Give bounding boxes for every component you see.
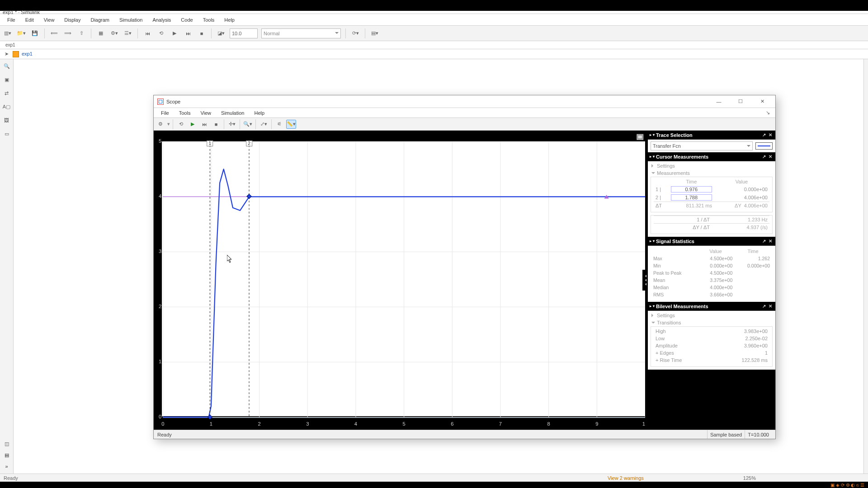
panel-cursor: ▸▾ Cursor Measurements ↗ ✕ Settings Meas… xyxy=(648,152,775,237)
fwd-button[interactable]: ⟹ xyxy=(63,28,73,38)
cursor-meas-expander[interactable]: Measurements xyxy=(651,169,772,177)
expand-icon[interactable]: » xyxy=(5,464,8,469)
scope-measure-button[interactable]: 📏▾ xyxy=(286,120,296,129)
trace-color-swatch[interactable] xyxy=(755,142,773,150)
panel-cursor-header[interactable]: ▸▾ Cursor Measurements ↗ ✕ xyxy=(648,152,775,161)
scope-titlebar[interactable]: Scope — ☐ ✕ xyxy=(154,95,775,108)
cursor-1-label[interactable]: 1 xyxy=(207,141,213,146)
scope-trigger-button[interactable]: ⚟ xyxy=(274,120,284,129)
sim-mode-select[interactable]: Normal xyxy=(261,28,341,38)
scope-toolbar: ⚙▾ ⟲ ▶ ⏭ ■ ✢▾ 🔍▾ ⤢▾ ⚟ 📏▾ xyxy=(154,118,775,131)
area-icon[interactable]: ▭ xyxy=(3,130,11,138)
menu-code[interactable]: Code xyxy=(176,15,197,24)
scope-status-sample: Sample based xyxy=(707,430,745,439)
menu-file[interactable]: File xyxy=(3,15,20,24)
model-explorer-button[interactable]: ☰▾ xyxy=(123,28,133,38)
cursor2-time-input[interactable]: 1.788 xyxy=(671,194,712,201)
trace-signal-select[interactable]: Transfer Fcn xyxy=(651,141,753,150)
record-button[interactable]: ◪▾ xyxy=(216,28,226,38)
svg-text:0: 0 xyxy=(161,421,164,427)
status-zoom[interactable]: 125% xyxy=(743,475,756,481)
scope-menu-file[interactable]: File xyxy=(156,109,174,117)
scope-menu-sim[interactable]: Simulation xyxy=(217,109,249,117)
scope-menu-help[interactable]: Help xyxy=(250,109,269,117)
cursor-settings-expander[interactable]: Settings xyxy=(651,162,772,169)
maximize-button[interactable]: ☐ xyxy=(731,96,750,107)
tab-exp1[interactable]: exp1 xyxy=(3,42,18,48)
library-button[interactable]: ▦ xyxy=(96,28,106,38)
cursor1-time-input[interactable]: 0.976 xyxy=(671,186,712,192)
back-button[interactable]: ⟸ xyxy=(49,28,59,38)
panel-pin-icon[interactable]: ↗ xyxy=(761,238,767,244)
scope-spectrum-button[interactable]: ▤▾ xyxy=(370,28,380,38)
cursor-2-label[interactable]: 2 xyxy=(246,141,252,146)
scope-menu-view[interactable]: View xyxy=(196,109,216,117)
zoom-icon[interactable]: 🔍 xyxy=(3,62,11,70)
minimize-button[interactable]: — xyxy=(709,96,728,107)
image-icon[interactable]: 🖼 xyxy=(3,116,11,124)
nav-arrow-icon[interactable]: ➤ xyxy=(3,51,10,58)
panel-close-icon[interactable]: ✕ xyxy=(767,132,774,138)
scope-zoom-button[interactable]: 🔍▾ xyxy=(243,120,253,129)
scope-dock-button[interactable]: ↘ xyxy=(763,108,773,118)
menu-view[interactable]: View xyxy=(39,15,59,24)
model-cfg-button[interactable]: ⚙▾ xyxy=(109,28,119,38)
scope-stop-button[interactable]: ■ xyxy=(211,120,221,129)
svg-text:5: 5 xyxy=(403,421,406,427)
new-button[interactable]: ▥▾ xyxy=(3,28,13,38)
view1-icon[interactable]: ◫ xyxy=(5,441,9,447)
svg-text:2: 2 xyxy=(258,421,261,427)
scope-restart-button[interactable]: ⟲ xyxy=(176,120,186,129)
scope-scale-button[interactable]: ⤢▾ xyxy=(259,120,269,129)
configure-button[interactable]: ⚙ xyxy=(156,120,165,129)
menu-tools[interactable]: Tools xyxy=(198,15,219,24)
close-button[interactable]: ✕ xyxy=(753,96,772,107)
breadcrumb[interactable]: exp1 xyxy=(22,51,33,57)
step-back-button[interactable]: ⏮ xyxy=(142,28,152,38)
menu-display[interactable]: Display xyxy=(60,15,85,24)
menu-diagram[interactable]: Diagram xyxy=(86,15,114,24)
svg-text:8: 8 xyxy=(547,421,550,427)
rotate-icon[interactable]: ⇄ xyxy=(3,89,11,97)
save-button[interactable]: 💾 xyxy=(30,28,40,38)
annotate-icon[interactable]: A▢ xyxy=(3,103,11,111)
svg-text:3: 3 xyxy=(159,249,161,254)
cursor1-value: 0.000e+00 xyxy=(714,185,769,193)
panel-pin-icon[interactable]: ↗ xyxy=(761,154,767,160)
scope-run-button[interactable]: ▶ xyxy=(188,120,198,129)
step-back2-button[interactable]: ⟲ xyxy=(156,28,166,38)
fast-restart-button[interactable]: ⟳▾ xyxy=(350,28,360,38)
view2-icon[interactable]: ▤ xyxy=(5,452,9,458)
panel-bilevel-header[interactable]: ▸▾ Bilevel Measurements ↗ ✕ xyxy=(648,302,775,311)
panel-pin-icon[interactable]: ↗ xyxy=(761,132,767,138)
sim-time-input[interactable] xyxy=(230,28,258,38)
panel-stats-header[interactable]: ▸▾ Signal Statistics ↗ ✕ xyxy=(648,237,775,246)
scope-step-button[interactable]: ⏭ xyxy=(199,120,209,129)
panel-trace-header[interactable]: ▸▾ Trace Selection ↗ ✕ xyxy=(648,131,775,140)
cursor2-value: 4.006e+00 xyxy=(714,193,769,202)
open-button[interactable]: 📁▾ xyxy=(16,28,26,38)
fit-icon[interactable]: ▣ xyxy=(3,75,11,84)
svg-text:1: 1 xyxy=(210,421,212,427)
panel-close-icon[interactable]: ✕ xyxy=(767,154,774,160)
run-button[interactable]: ▶ xyxy=(170,28,179,38)
scope-menu-tools[interactable]: Tools xyxy=(175,109,195,117)
menu-help[interactable]: Help xyxy=(220,15,239,24)
scope-find-button[interactable]: ✢▾ xyxy=(227,120,237,129)
menu-edit[interactable]: Edit xyxy=(21,15,38,24)
panel-pin-icon[interactable]: ↗ xyxy=(761,303,767,310)
up-button[interactable]: ⇧ xyxy=(76,28,86,38)
step-fwd-button[interactable]: ⏭ xyxy=(183,28,193,38)
panel-bilevel: ▸▾ Bilevel Measurements ↗ ✕ Settings Tra… xyxy=(648,302,775,370)
menu-analysis[interactable]: Analysis xyxy=(148,15,175,24)
panel-close-icon[interactable]: ✕ xyxy=(767,303,774,310)
stop-btn[interactable]: ■ xyxy=(197,28,207,38)
scope-window[interactable]: Scope — ☐ ✕ File Tools View Simulation H… xyxy=(153,95,776,439)
status-center[interactable]: View 2 warnings xyxy=(608,475,644,481)
scope-plot[interactable]: 012345678910012345 1 2 xyxy=(154,131,648,430)
bilevel-settings-expander[interactable]: Settings xyxy=(651,312,772,319)
bilevel-trans-expander[interactable]: Transitions xyxy=(651,319,772,326)
menu-simulation[interactable]: Simulation xyxy=(115,15,147,24)
panel-collapse-handle[interactable] xyxy=(642,270,648,291)
panel-close-icon[interactable]: ✕ xyxy=(767,238,774,244)
